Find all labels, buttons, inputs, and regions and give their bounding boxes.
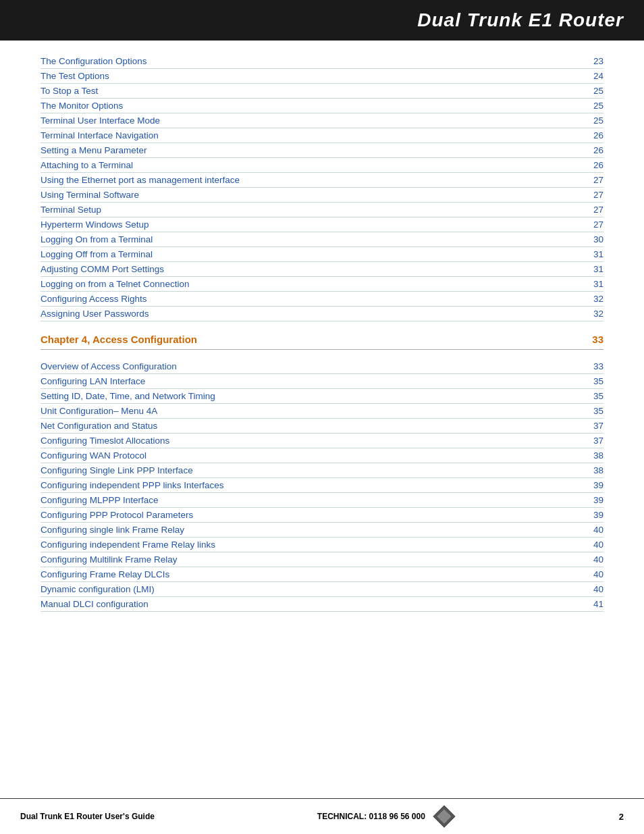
toc-entry-label[interactable]: Setting ID, Date, Time, and Network Timi…: [41, 388, 552, 403]
toc-entry-label[interactable]: Attaching to a Terminal: [41, 158, 552, 173]
toc-row: Configuring PPP Protocol Parameters39: [41, 507, 603, 522]
toc-entry-page: 33: [552, 359, 603, 374]
toc-row: Configuring MLPPP Interface39: [41, 492, 603, 507]
toc-entry-label[interactable]: Using Terminal Software: [41, 188, 552, 203]
toc-entry-page: 40: [552, 567, 603, 581]
footer-page-number: 2: [619, 812, 624, 822]
toc-entry-label[interactable]: Unit Configuration– Menu 4A: [41, 403, 552, 418]
toc-entry-label[interactable]: Logging on from a Telnet Connection: [41, 277, 552, 292]
toc-entry-page: 40: [552, 522, 603, 537]
toc-entry-page: 39: [552, 477, 603, 492]
toc-row: Configuring LAN Interface35: [41, 373, 603, 388]
toc-entry-label[interactable]: Logging Off from a Terminal: [41, 247, 552, 262]
toc-row: Manual DLCI configuration41: [41, 596, 603, 611]
toc-entry-page: 25: [552, 84, 603, 99]
toc-entry-label[interactable]: Setting a Menu Parameter: [41, 143, 552, 158]
toc-row: Configuring independent PPP links Interf…: [41, 477, 603, 492]
toc-entry-label[interactable]: Configuring PPP Protocol Parameters: [41, 507, 552, 522]
toc-entry-label[interactable]: Logging On from a Terminal: [41, 232, 552, 247]
toc-row: Overview of Access Configuration33: [41, 359, 603, 374]
toc-entry-label[interactable]: Configuring WAN Protocol: [41, 448, 552, 463]
toc-entry-page: 30: [552, 232, 603, 247]
toc-entry-label[interactable]: Configuring independent PPP links Interf…: [41, 477, 552, 492]
toc-entry-page: 26: [552, 128, 603, 143]
toc-entry-label[interactable]: Configuring single link Frame Relay: [41, 522, 552, 537]
toc-entry-page: 26: [552, 158, 603, 173]
page-footer: Dual Trunk E1 Router User's Guide TECHNI…: [0, 798, 644, 834]
toc-entry-page: 35: [552, 388, 603, 403]
toc-entry-page: 38: [552, 463, 603, 477]
toc-row: Configuring Frame Relay DLCIs40: [41, 567, 603, 581]
toc-row: Setting a Menu Parameter26: [41, 143, 603, 158]
toc-row: The Test Options24: [41, 69, 603, 84]
toc-table: The Configuration Options23The Test Opti…: [41, 54, 603, 612]
header-title: Dual Trunk E1 Router: [417, 9, 624, 30]
toc-entry-label[interactable]: To Stop a Test: [41, 84, 552, 99]
toc-entry-page: 31: [552, 262, 603, 277]
toc-entry-page: 26: [552, 143, 603, 158]
toc-entry-page: 40: [552, 552, 603, 567]
toc-entry-label[interactable]: Using the Ethernet port as management in…: [41, 173, 552, 188]
toc-entry-label[interactable]: Chapter 4, Access Configuration: [41, 321, 552, 350]
toc-row: Configuring Access Rights32: [41, 292, 603, 307]
toc-entry-page: 39: [552, 507, 603, 522]
toc-entry-page: 31: [552, 277, 603, 292]
toc-entry-label[interactable]: Terminal Interface Navigation: [41, 128, 552, 143]
toc-entry-page: 37: [552, 433, 603, 448]
toc-entry-label[interactable]: Assigning User Passwords: [41, 307, 552, 321]
toc-entry-label[interactable]: Hyperterm Windows Setup: [41, 217, 552, 232]
toc-row: Configuring Multilink Frame Relay40: [41, 552, 603, 567]
toc-entry-label[interactable]: Configuring MLPPP Interface: [41, 492, 552, 507]
toc-row: Configuring Timeslot Allocations37: [41, 433, 603, 448]
toc-entry-label[interactable]: The Test Options: [41, 69, 552, 84]
toc-row: Hyperterm Windows Setup27: [41, 217, 603, 232]
toc-entry-label[interactable]: Configuring Single Link PPP Interface: [41, 463, 552, 477]
toc-row: Assigning User Passwords32: [41, 307, 603, 321]
toc-row: Net Configuration and Status37: [41, 418, 603, 433]
toc-row: Using Terminal Software27: [41, 188, 603, 203]
toc-entry-page: 40: [552, 581, 603, 596]
toc-entry-label[interactable]: Terminal User Interface Mode: [41, 113, 552, 128]
toc-row: To Stop a Test25: [41, 84, 603, 99]
toc-entry-label[interactable]: Configuring independent Frame Relay link…: [41, 537, 552, 552]
toc-row: Configuring WAN Protocol38: [41, 448, 603, 463]
toc-entry-label[interactable]: Adjusting COMM Port Settings: [41, 262, 552, 277]
toc-row: Attaching to a Terminal26: [41, 158, 603, 173]
toc-entry-label[interactable]: Net Configuration and Status: [41, 418, 552, 433]
toc-entry-label[interactable]: Manual DLCI configuration: [41, 596, 552, 611]
toc-entry-page: 38: [552, 448, 603, 463]
toc-entry-label[interactable]: Configuring Frame Relay DLCIs: [41, 567, 552, 581]
toc-entry-page: 37: [552, 418, 603, 433]
toc-entry-label[interactable]: Overview of Access Configuration: [41, 359, 552, 374]
toc-entry-label[interactable]: Dynamic configuration (LMI): [41, 581, 552, 596]
toc-entry-label[interactable]: Configuring LAN Interface: [41, 373, 552, 388]
toc-entry-page: 35: [552, 373, 603, 388]
toc-row: Setting ID, Date, Time, and Network Timi…: [41, 388, 603, 403]
toc-entry-page: 27: [552, 173, 603, 188]
toc-row: Logging On from a Terminal30: [41, 232, 603, 247]
toc-row: Configuring Single Link PPP Interface38: [41, 463, 603, 477]
toc-entry-page: 25: [552, 99, 603, 113]
toc-row: Dynamic configuration (LMI)40: [41, 581, 603, 596]
content-area: The Configuration Options23The Test Opti…: [0, 41, 644, 666]
toc-entry-label[interactable]: Terminal Setup: [41, 203, 552, 217]
toc-entry-page: 24: [552, 69, 603, 84]
toc-entry-page: 32: [552, 292, 603, 307]
footer-center: TECHNICAL: 0118 96 56 000: [317, 804, 456, 829]
toc-entry-label[interactable]: Configuring Access Rights: [41, 292, 552, 307]
toc-entry-page: 41: [552, 596, 603, 611]
toc-row: Terminal Setup27: [41, 203, 603, 217]
toc-row: Unit Configuration– Menu 4A35: [41, 403, 603, 418]
toc-entry-label[interactable]: Configuring Multilink Frame Relay: [41, 552, 552, 567]
toc-entry-page: 27: [552, 203, 603, 217]
toc-entry-label[interactable]: The Monitor Options: [41, 99, 552, 113]
toc-row: The Monitor Options25: [41, 99, 603, 113]
toc-entry-page: 33: [552, 321, 603, 350]
toc-entry-label[interactable]: The Configuration Options: [41, 54, 552, 69]
toc-entry-label[interactable]: Configuring Timeslot Allocations: [41, 433, 552, 448]
footer-technical-label: TECHNICAL: 0118 96 56 000: [317, 812, 425, 821]
toc-row: Configuring independent Frame Relay link…: [41, 537, 603, 552]
toc-entry-page: 32: [552, 307, 603, 321]
toc-gap: [41, 350, 603, 359]
page-header: Dual Trunk E1 Router: [0, 0, 644, 41]
